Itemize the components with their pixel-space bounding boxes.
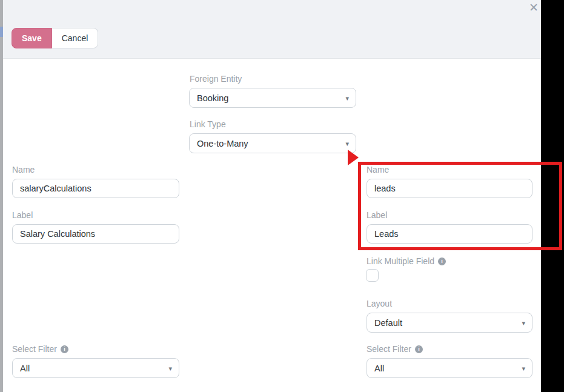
label-left-label: Label — [12, 210, 33, 220]
screenshot-black-band — [541, 0, 564, 392]
modal-actions: Save Cancel — [12, 28, 98, 48]
chevron-down-icon: ▾ — [522, 319, 525, 326]
foreign-entity-select[interactable]: Booking ▾ — [189, 88, 356, 108]
close-icon[interactable]: ✕ — [526, 1, 541, 15]
layout-select[interactable]: Default ▾ — [367, 313, 532, 333]
select-filter-left-select[interactable]: All ▾ — [12, 358, 179, 378]
chevron-down-icon: ▾ — [345, 95, 349, 101]
link-multiple-field-label-text: Link Multiple Field — [367, 256, 434, 266]
select-filter-right-value: All — [374, 364, 384, 373]
cancel-button[interactable]: Cancel — [52, 28, 99, 48]
save-button[interactable]: Save — [12, 28, 52, 48]
chevron-down-icon: ▾ — [345, 140, 349, 147]
foreign-entity-label: Foreign Entity — [190, 74, 242, 84]
layout-label: Layout — [367, 299, 392, 308]
backdrop-accent — [0, 27, 3, 37]
link-multiple-field-checkbox[interactable] — [366, 269, 379, 282]
info-icon[interactable]: i — [415, 345, 423, 353]
chevron-down-icon: ▾ — [522, 365, 525, 371]
select-filter-right-select[interactable]: All ▾ — [367, 358, 532, 378]
name-left-input[interactable] — [12, 179, 179, 198]
chevron-down-icon: ▾ — [168, 365, 172, 371]
link-type-value: One-to-Many — [197, 139, 248, 148]
link-type-label: Link Type — [190, 119, 226, 129]
foreign-entity-value: Booking — [197, 93, 228, 103]
link-type-select[interactable]: One-to-Many ▾ — [189, 133, 356, 153]
label-right-input[interactable] — [367, 224, 532, 244]
select-filter-left-label: Select Filter i — [12, 344, 68, 354]
name-right-input[interactable] — [367, 179, 532, 198]
link-multiple-field-label: Link Multiple Field i — [367, 256, 446, 266]
create-link-modal: Create Link ✕ Save Cancel Foreign Entity… — [0, 0, 564, 392]
select-filter-right-label: Select Filter i — [367, 344, 423, 354]
layout-value: Default — [374, 318, 402, 328]
select-filter-left-label-text: Select Filter — [12, 344, 57, 354]
name-right-label: Name — [367, 165, 389, 174]
label-left-input[interactable] — [12, 224, 179, 244]
name-left-label: Name — [12, 165, 35, 174]
select-filter-left-value: All — [20, 364, 30, 373]
info-icon[interactable]: i — [61, 345, 68, 353]
label-right-label: Label — [367, 210, 387, 220]
select-filter-right-label-text: Select Filter — [367, 344, 411, 354]
info-icon[interactable]: i — [438, 257, 446, 265]
backdrop-strip — [0, 0, 3, 392]
